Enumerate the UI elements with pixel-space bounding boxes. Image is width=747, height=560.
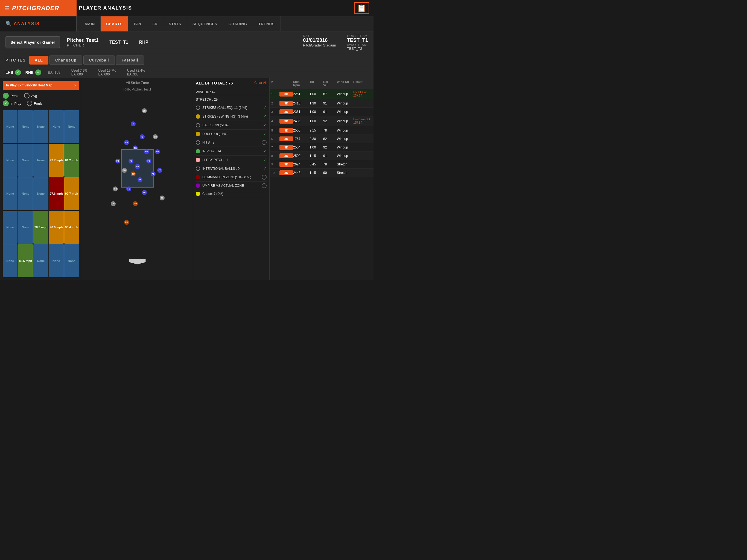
player-info: Pitcher, Test1 PITCHER — [67, 37, 98, 47]
pitcher-label: RHP, Pitcher, Test1 — [82, 87, 193, 91]
pitch-dot[interactable]: CU — [124, 220, 129, 225]
pitch-dot[interactable]: FB — [126, 186, 131, 192]
wind-value: Stretch — [337, 162, 353, 166]
3d-button[interactable]: 3D — [279, 109, 293, 114]
report-icon[interactable]: 📋 — [354, 2, 369, 14]
stat-strikes-called[interactable]: STRIKES (CALLED): 11 (14%) ✓ — [196, 103, 266, 112]
pitch-dot[interactable]: CB — [113, 186, 118, 192]
player-role: PITCHER — [67, 43, 98, 47]
tab-pas[interactable]: PAs — [128, 17, 147, 31]
hollow-check-icon — [262, 183, 266, 188]
pitch-all-button[interactable]: ALL — [29, 56, 48, 65]
3d-button[interactable]: 3D — [279, 153, 293, 158]
table-panel: # SpinRpm Tilt RelVel Wind Str Result 1 … — [269, 78, 374, 280]
stat-fouls[interactable]: FOULS : 8 (11%) ✓ — [196, 130, 266, 138]
pitch-dot[interactable]: FB — [131, 121, 136, 126]
lhb-toggle[interactable]: LHB ✓ — [5, 70, 21, 75]
team-info: TEST_T1 — [109, 40, 128, 45]
row-number: 10 — [271, 171, 279, 175]
3d-button[interactable]: 3D — [279, 136, 293, 142]
clear-all-button[interactable]: Clear All — [254, 81, 266, 85]
table-row[interactable]: 1 3D 2251 1:00 87 Windup FlyBall Out269.… — [269, 89, 374, 99]
stat-umpire[interactable]: UMPIRE VS ACTUAL ZONE — [196, 182, 266, 190]
tab-3d[interactable]: 3D — [147, 17, 163, 31]
spin-value: 2251 — [293, 92, 310, 96]
pitch-dot[interactable]: FB — [144, 149, 149, 154]
stat-hits[interactable]: HITS : 3 — [196, 138, 266, 147]
3d-button[interactable]: 3D — [279, 145, 293, 150]
stat-command[interactable]: COMMAND (IN ZONE): 34 (45%) — [196, 173, 266, 182]
heat-map-button[interactable]: In Play Exit Velocity Heat Map › — [3, 81, 79, 90]
stat-chase[interactable]: Chase: 7 (9%) — [196, 190, 266, 198]
pitch-curveball-button[interactable]: Curveball — [83, 55, 115, 65]
stat-intentional-balls[interactable]: INTENTIONAL BALLS : 0 ✓ — [196, 164, 266, 173]
pitch-dot[interactable]: CB — [153, 134, 158, 139]
stat-label: HIT BY PITCH : 1 — [202, 158, 261, 162]
pitch-dot[interactable]: FB — [129, 159, 133, 163]
col-tilt: Tilt — [310, 80, 323, 87]
table-row[interactable]: 10 3D 2448 1:15 90 Stretch — [269, 169, 374, 177]
table-row[interactable]: 7 3D 2504 1:00 92 Windup — [269, 143, 374, 152]
tab-sequences[interactable]: SEQUENCES — [187, 17, 223, 31]
3d-button[interactable]: 3D — [279, 162, 293, 167]
pitch-dot[interactable]: FB — [140, 134, 145, 139]
table-row[interactable]: 4 3D 2485 1:00 92 Windup LineDrive Out16… — [269, 116, 374, 126]
table-row[interactable]: 9 3D 2624 5:45 78 Stretch — [269, 160, 374, 169]
3d-button[interactable]: 3D — [279, 92, 293, 97]
tilt-value: 9:15 — [310, 128, 323, 132]
analysis-section: 🔍 ANALYSIS — [0, 17, 77, 31]
stat-strikes-swinging[interactable]: STRIKES (SWINGING): 3 (4%) ✓ — [196, 112, 266, 121]
table-row[interactable]: 5 3D 2500 9:15 78 Windup — [269, 126, 374, 135]
peak-label: Peak — [10, 94, 19, 98]
pitch-dot[interactable]: CB — [111, 201, 115, 206]
pitch-dot[interactable]: CB — [142, 108, 147, 113]
pitch-dot[interactable]: CU — [133, 201, 138, 206]
select-player-button[interactable]: Select Player or Game › — [5, 36, 60, 48]
vel-value: 78 — [323, 128, 337, 132]
3d-button[interactable]: 3D — [279, 101, 293, 106]
page-title: PLAYER ANALYSIS — [79, 5, 132, 11]
nav-tabs: MAIN CHARTS PAs 3D STATS SEQUENCES GRADI… — [77, 17, 283, 31]
teams-group: HOME TEAM TEST_T1 AWAY TEAM TEST_T2 — [347, 34, 368, 51]
stat-in-play[interactable]: IN PLAY : 14 ✓ — [196, 147, 266, 156]
peak-check-icon: ✓ — [3, 93, 9, 99]
check-icon: ✓ — [263, 157, 266, 162]
pitch-dot[interactable]: FB — [115, 159, 120, 163]
table-row[interactable]: 3 3D 2361 1:00 91 Windup — [269, 108, 374, 116]
table-header: # SpinRpm Tilt RelVel Wind Str Result — [269, 78, 374, 89]
hamburger-icon[interactable]: ☰ — [4, 5, 9, 11]
pitch-changeup-button[interactable]: ChangeUp — [50, 55, 82, 65]
stat-hit-by-pitch[interactable]: HIT BY PITCH : 1 ✓ — [196, 156, 266, 164]
3d-button[interactable]: 3D — [279, 170, 293, 175]
changeup-usage: Used 7.9%BA .000 — [71, 69, 87, 76]
pitch-dot[interactable]: FB — [157, 168, 162, 173]
stat-windup: WINDUP : 47 — [196, 88, 266, 96]
tab-main[interactable]: MAIN — [79, 17, 101, 31]
fastball-usage: Used 72.4%BA .333 — [127, 69, 145, 76]
pitch-dot[interactable]: FB — [137, 177, 143, 182]
pitch-dot[interactable]: FB — [142, 190, 147, 195]
tab-trends[interactable]: TRENDS — [253, 17, 280, 31]
3d-button[interactable]: 3D — [279, 128, 293, 133]
tab-charts[interactable]: CHARTS — [101, 17, 128, 31]
pitch-dot[interactable]: FB — [151, 172, 156, 176]
table-row[interactable]: 2 3D 2413 1:30 91 Windup — [269, 99, 374, 108]
fouls-legend: Fouls — [27, 101, 43, 106]
pitch-dot[interactable]: CB — [160, 196, 164, 200]
3d-button[interactable]: 3D — [279, 119, 293, 124]
fouls-circle-icon — [27, 101, 32, 106]
pitch-dot[interactable]: CB — [122, 168, 127, 173]
pitch-dot[interactable]: FB — [124, 140, 129, 145]
balls-indicator — [196, 123, 200, 127]
pitch-dot[interactable]: FB — [155, 149, 160, 154]
stat-balls[interactable]: BALLS : 39 (51%) ✓ — [196, 121, 266, 130]
table-row[interactable]: 8 3D 2500 1:15 91 Windup — [269, 152, 374, 160]
rhb-toggle[interactable]: RHB ✓ — [25, 70, 41, 75]
pitch-dot[interactable]: FB — [146, 159, 151, 163]
tab-grading[interactable]: GRADING — [223, 17, 253, 31]
table-row[interactable]: 6 3D 1767 2:30 82 Windup — [269, 135, 374, 143]
fouls-indicator — [196, 132, 200, 136]
ba-value: BA .158 — [48, 70, 60, 74]
pitch-fastball-button[interactable]: Fastball — [116, 55, 144, 65]
tab-stats[interactable]: STATS — [163, 17, 187, 31]
